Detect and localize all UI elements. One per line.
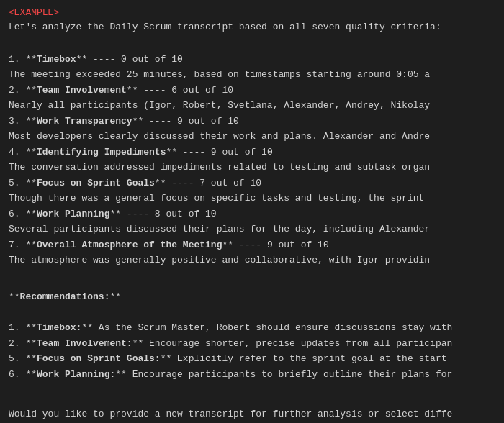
criterion-6-detail: Several participants discussed their pla… bbox=[9, 222, 495, 237]
closing-line: Would you like to provide a new transcri… bbox=[9, 407, 495, 422]
criterion-6-label: 6. **Work Planning** ---- 8 out of 10 bbox=[9, 207, 495, 222]
blank-line-2 bbox=[9, 269, 495, 283]
criterion-7-detail: The atmosphere was generally positive an… bbox=[9, 253, 495, 268]
criterion-3-label: 3. **Work Transparency** ---- 9 out of 1… bbox=[9, 114, 495, 129]
criterion-4-detail: The conversation addressed impediments r… bbox=[9, 160, 495, 175]
blank-line-1 bbox=[9, 38, 495, 53]
criterion-3-detail: Most developers clearly discussed their … bbox=[9, 129, 495, 144]
blank-line-4 bbox=[9, 383, 495, 397]
criterion-2-label: 2. **Team Involvement** ---- 6 out of 10 bbox=[9, 83, 495, 98]
criterion-5-detail: Though there was a general focus on spec… bbox=[9, 191, 495, 206]
content-area: <EXAMPLE> Let's analyze the Daily Scrum … bbox=[9, 6, 495, 423]
criterion-2-detail: Nearly all participants (Igor, Robert, S… bbox=[9, 99, 495, 113]
example-open-tag: <EXAMPLE> bbox=[9, 6, 495, 20]
rec-5: 5. **Focus on Sprint Goals:** Explicitly… bbox=[9, 352, 495, 366]
blank-line-3 bbox=[9, 307, 495, 322]
criterion-4-label: 4. **Identifying Impediments** ---- 9 ou… bbox=[9, 145, 495, 160]
criterion-1-detail: The meeting exceeded 25 minutes, based o… bbox=[9, 68, 495, 82]
criterion-1-label: 1. **Timebox** ---- 0 out of 10 bbox=[9, 53, 495, 67]
rec-1: 1. **Timebox:** As the Scrum Master, Rob… bbox=[9, 321, 495, 335]
criterion-5-label: 5. **Focus on Sprint Goals** ---- 7 out … bbox=[9, 176, 495, 191]
criterion-7-label: 7. **Overall Atmosphere of the Meeting**… bbox=[9, 238, 495, 253]
intro-line: Let's analyze the Daily Scrum transcript… bbox=[9, 20, 495, 35]
recommendations-header: **Recommendations:** bbox=[9, 290, 495, 304]
rec-6: 6. **Work Planning:** Encourage particip… bbox=[9, 368, 495, 382]
rec-2: 2. **Team Involvement:** Encourage short… bbox=[9, 337, 495, 351]
